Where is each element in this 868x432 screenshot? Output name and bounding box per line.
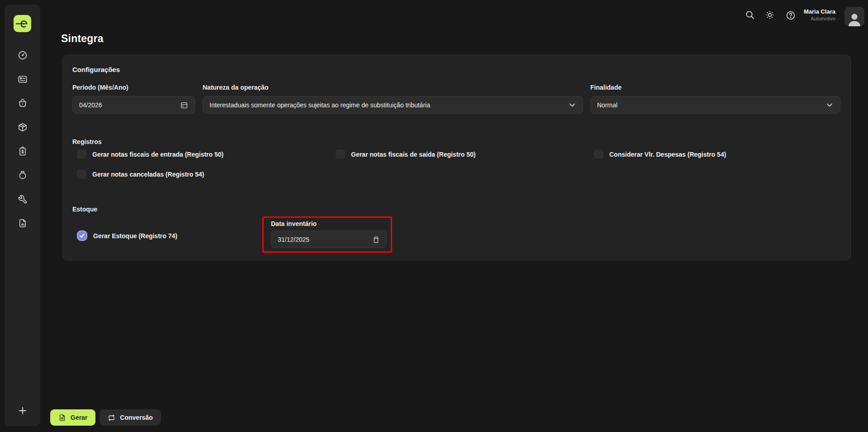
app-logo[interactable] bbox=[14, 15, 31, 32]
natureza-value: Interestaduais somente operações sujeita… bbox=[209, 101, 568, 109]
help-icon[interactable] bbox=[786, 10, 796, 20]
user-block[interactable]: Maria Clara Automotivo bbox=[804, 8, 835, 22]
checkbox-box[interactable] bbox=[77, 169, 86, 179]
page-title: Sintegra bbox=[61, 33, 104, 45]
basket-icon[interactable] bbox=[18, 98, 28, 108]
periodo-value: 04/2026 bbox=[79, 101, 180, 109]
checkbox-entrada[interactable]: Gerar notas fiscais de entrada (Registro… bbox=[77, 149, 223, 159]
search-icon[interactable] bbox=[745, 10, 755, 20]
theme-sun-icon[interactable] bbox=[765, 10, 775, 20]
repeat-icon bbox=[108, 414, 115, 422]
periodo-label: Período (Mês/Ano) bbox=[72, 84, 128, 91]
periodo-input[interactable]: 04/2026 bbox=[72, 96, 195, 114]
red-annotation-box: Data inventário 31/12/2025 bbox=[262, 216, 392, 253]
package-icon[interactable] bbox=[18, 122, 28, 132]
checkbox-gerar-estoque[interactable]: Gerar Estoque (Registro 74) bbox=[77, 230, 177, 241]
user-role: Automotivo bbox=[804, 15, 835, 22]
avatar[interactable] bbox=[844, 7, 864, 26]
card-heading: Configurações bbox=[72, 66, 120, 73]
checkbox-label: Considerar Vlr. Despesas (Registro 54) bbox=[609, 151, 726, 158]
natureza-select[interactable]: Interestaduais somente operações sujeita… bbox=[203, 96, 583, 114]
data-inventario-value: 31/12/2025 bbox=[278, 236, 372, 243]
sidebar-nav bbox=[18, 50, 28, 228]
data-inventario-input[interactable]: 31/12/2025 bbox=[271, 230, 387, 248]
calendar-month-icon[interactable] bbox=[180, 101, 188, 109]
chevron-down-icon bbox=[568, 101, 576, 109]
finalidade-select[interactable]: Normal bbox=[590, 96, 840, 114]
invoice-icon[interactable] bbox=[18, 146, 28, 156]
checkbox-saida[interactable]: Gerar notas fiscais de saída (Registro 5… bbox=[336, 149, 475, 159]
gauge-icon[interactable] bbox=[18, 50, 28, 60]
checkbox-label: Gerar Estoque (Registro 74) bbox=[93, 232, 177, 240]
checkbox-label: Gerar notas fiscais de saída (Registro 5… bbox=[351, 151, 475, 158]
gerar-button[interactable]: Gerar bbox=[50, 409, 95, 426]
user-name: Maria Clara bbox=[804, 8, 835, 15]
checkbox-box[interactable] bbox=[594, 149, 603, 159]
natureza-label: Natureza da operação bbox=[203, 84, 269, 91]
wrench-icon[interactable] bbox=[18, 194, 28, 204]
checkbox-canceladas[interactable]: Gerar notas canceladas (Registro 54) bbox=[77, 169, 204, 179]
finalidade-value: Normal bbox=[597, 101, 825, 109]
checkbox-box[interactable] bbox=[336, 149, 345, 159]
file-chart-icon[interactable] bbox=[18, 218, 28, 228]
gerar-button-label: Gerar bbox=[71, 414, 87, 421]
data-inventario-label: Data inventário bbox=[271, 220, 384, 227]
action-bar: Gerar Conversão bbox=[50, 409, 161, 426]
estoque-heading: Estoque bbox=[72, 206, 97, 213]
sidebar bbox=[5, 5, 40, 426]
check-icon bbox=[79, 233, 85, 239]
checkbox-label: Gerar notas fiscais de entrada (Registro… bbox=[92, 151, 223, 158]
person-icon bbox=[847, 12, 862, 26]
file-text-icon bbox=[58, 414, 66, 422]
chevron-down-icon bbox=[825, 101, 834, 109]
plus-icon[interactable] bbox=[17, 405, 28, 416]
logo-e-icon bbox=[16, 17, 29, 30]
config-card: Configurações Período (Mês/Ano) 04/2026 … bbox=[62, 55, 851, 260]
calendar-date-icon[interactable] bbox=[372, 235, 380, 244]
finalidade-label: Finalidade bbox=[590, 84, 621, 91]
registros-heading: Registros bbox=[72, 138, 102, 145]
checkbox-box[interactable] bbox=[77, 230, 87, 241]
checkbox-box[interactable] bbox=[77, 149, 86, 159]
conversao-button-label: Conversão bbox=[120, 414, 152, 421]
money-bag-icon[interactable] bbox=[18, 170, 28, 180]
id-card-icon[interactable] bbox=[18, 74, 28, 84]
conversao-button[interactable]: Conversão bbox=[100, 409, 161, 426]
checkbox-despesas[interactable]: Considerar Vlr. Despesas (Registro 54) bbox=[594, 149, 726, 159]
checkbox-label: Gerar notas canceladas (Registro 54) bbox=[92, 171, 204, 178]
